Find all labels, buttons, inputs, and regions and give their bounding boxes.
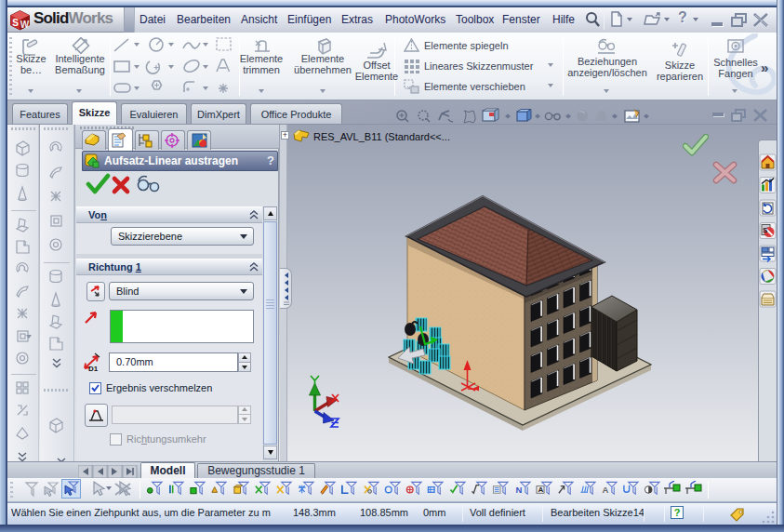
svg-text:A: A — [602, 485, 608, 495]
svg-text:D1: D1 — [88, 365, 99, 373]
svg-text:N: N — [515, 485, 522, 495]
svg-text:A: A — [538, 485, 543, 494]
svg-text:S: S — [12, 18, 19, 28]
svg-text:W: W — [20, 20, 30, 30]
